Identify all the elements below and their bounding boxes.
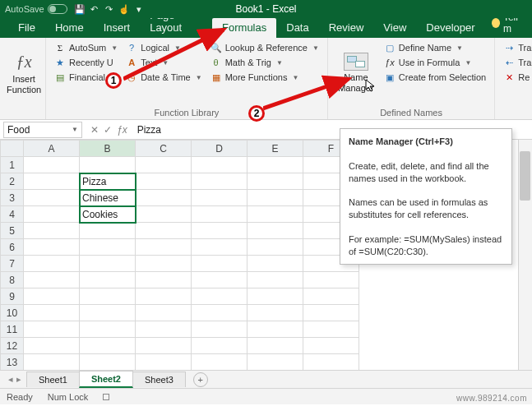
cell-B5[interactable]: [80, 223, 136, 239]
row-header-8[interactable]: 8: [1, 272, 24, 288]
touch-mode-icon[interactable]: ☝: [118, 3, 130, 15]
macro-record-icon[interactable]: [103, 394, 109, 400]
cell-A3[interactable]: [24, 190, 80, 206]
cell-B13[interactable]: [80, 354, 136, 371]
cell-C9[interactable]: [136, 288, 192, 305]
cell-C11[interactable]: [136, 321, 192, 338]
cell-D12[interactable]: [192, 338, 247, 354]
cell-B6[interactable]: [80, 239, 136, 256]
cell-D7[interactable]: [192, 256, 247, 272]
cell-C1[interactable]: [136, 157, 192, 173]
math-trig-button[interactable]: θMath & Trig▼: [207, 56, 322, 69]
select-all-corner[interactable]: [1, 141, 24, 157]
cell-E10[interactable]: [247, 305, 303, 321]
cell-F10[interactable]: [303, 305, 359, 321]
tab-developer[interactable]: Developer: [416, 18, 484, 38]
name-manager-button[interactable]: Name Manager: [333, 41, 379, 104]
vertical-scrollbar[interactable]: [518, 140, 532, 370]
fx-icon[interactable]: ƒx: [117, 124, 127, 136]
remove-arrows-button[interactable]: ✕Re: [500, 71, 532, 84]
scrollbar-thumb[interactable]: [520, 151, 530, 201]
cell-A7[interactable]: [24, 256, 80, 272]
cell-A9[interactable]: [24, 288, 80, 305]
cell-E2[interactable]: [247, 173, 303, 190]
cell-D4[interactable]: [192, 206, 247, 223]
cell-D3[interactable]: [192, 190, 247, 206]
sheet-tab-2[interactable]: Sheet2: [79, 371, 133, 388]
cell-A11[interactable]: [24, 321, 80, 338]
cell-E13[interactable]: [247, 354, 303, 371]
cell-A6[interactable]: [24, 239, 80, 256]
save-icon[interactable]: 💾: [74, 3, 86, 15]
redo-icon[interactable]: ↷: [104, 3, 115, 15]
cell-E12[interactable]: [247, 338, 303, 354]
sheet-nav[interactable]: ◂ ▸: [3, 374, 26, 385]
insert-function-button[interactable]: ƒx Insert Function: [5, 41, 43, 104]
cell-A5[interactable]: [24, 223, 80, 239]
cell-A13[interactable]: [24, 354, 80, 371]
row-header-9[interactable]: 9: [1, 288, 24, 305]
sheet-tab-1[interactable]: Sheet1: [26, 372, 80, 387]
cell-D9[interactable]: [192, 288, 247, 305]
cell-C3[interactable]: [136, 190, 192, 206]
cell-E5[interactable]: [247, 223, 303, 239]
cell-F8[interactable]: [303, 272, 359, 288]
autosum-button[interactable]: ΣAutoSum▼: [51, 41, 121, 54]
logical-button[interactable]: ?Logical▼: [123, 41, 205, 54]
cell-E8[interactable]: [247, 272, 303, 288]
cell-E1[interactable]: [247, 157, 303, 173]
cell-D13[interactable]: [192, 354, 247, 371]
tab-view[interactable]: View: [373, 18, 416, 38]
text-button[interactable]: AText▼: [123, 56, 205, 69]
tab-review[interactable]: Review: [319, 18, 374, 38]
tab-formulas[interactable]: Formulas: [212, 18, 276, 38]
cell-B7[interactable]: [80, 256, 136, 272]
cell-D8[interactable]: [192, 272, 247, 288]
cell-B4[interactable]: Cookies: [80, 206, 136, 223]
cell-F11[interactable]: [303, 321, 359, 338]
cell-C6[interactable]: [136, 239, 192, 256]
chevron-right-icon[interactable]: ▸: [16, 374, 21, 385]
col-header-E[interactable]: E: [247, 141, 303, 157]
cell-D1[interactable]: [192, 157, 247, 173]
col-header-B[interactable]: B: [80, 141, 136, 157]
row-header-6[interactable]: 6: [1, 239, 24, 256]
create-from-selection-button[interactable]: ▣Create from Selection: [381, 71, 489, 84]
cell-E9[interactable]: [247, 288, 303, 305]
undo-icon[interactable]: ↶: [89, 3, 100, 15]
trace-dependents-button[interactable]: ⇠Tra: [500, 56, 532, 69]
new-sheet-button[interactable]: +: [193, 372, 208, 387]
more-functions-button[interactable]: ▦More Functions▼: [207, 71, 322, 84]
tab-data[interactable]: Data: [276, 18, 318, 38]
tab-insert[interactable]: Insert: [94, 18, 141, 38]
cell-B10[interactable]: [80, 305, 136, 321]
cell-C13[interactable]: [136, 354, 192, 371]
cell-D6[interactable]: [192, 239, 247, 256]
cell-C5[interactable]: [136, 223, 192, 239]
cell-C4[interactable]: [136, 206, 192, 223]
enter-icon[interactable]: ✓: [104, 124, 112, 136]
row-header-11[interactable]: 11: [1, 321, 24, 338]
col-header-A[interactable]: A: [24, 141, 80, 157]
row-header-13[interactable]: 13: [1, 354, 24, 371]
cell-C12[interactable]: [136, 338, 192, 354]
cell-B11[interactable]: [80, 321, 136, 338]
financial-button[interactable]: ▤Financial▼: [51, 71, 121, 84]
trace-precedents-button[interactable]: ⇢Tra: [500, 41, 532, 54]
cell-B8[interactable]: [80, 272, 136, 288]
cancel-icon[interactable]: ✕: [90, 124, 99, 136]
cell-C8[interactable]: [136, 272, 192, 288]
chevron-left-icon[interactable]: ◂: [8, 374, 13, 385]
cell-A1[interactable]: [24, 157, 80, 173]
cell-A10[interactable]: [24, 305, 80, 321]
cell-B9[interactable]: [80, 288, 136, 305]
cell-E11[interactable]: [247, 321, 303, 338]
row-header-7[interactable]: 7: [1, 256, 24, 272]
cell-D10[interactable]: [192, 305, 247, 321]
cell-B3[interactable]: Chinese: [80, 190, 136, 206]
row-header-5[interactable]: 5: [1, 223, 24, 239]
cell-F13[interactable]: [303, 354, 359, 371]
row-header-4[interactable]: 4: [1, 206, 24, 223]
date-time-button[interactable]: ◷Date & Time▼: [123, 71, 205, 84]
row-header-1[interactable]: 1: [1, 157, 24, 173]
